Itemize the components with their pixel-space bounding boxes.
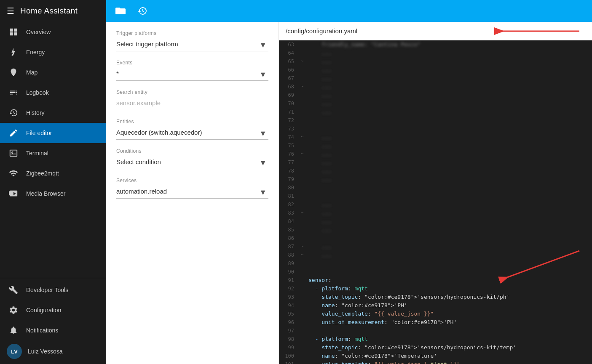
line-code: value_template: "{{ value_json | float }… <box>305 360 592 364</box>
code-line-98: 98 - platform: mqtt <box>279 335 592 343</box>
code-line-96: 96 unit_of_measurement: "color:#ce9178">… <box>279 318 592 327</box>
code-line-65: 65~ ... <box>279 57 592 66</box>
trigger-platform-select[interactable]: Select trigger platform <box>116 39 268 49</box>
notifications-icon <box>8 325 19 335</box>
line-code: ... <box>305 74 592 82</box>
services-select[interactable]: automation.reload <box>116 186 268 197</box>
menu-icon[interactable]: ☰ <box>7 6 14 16</box>
line-gutter <box>299 91 305 99</box>
line-gutter: ~ <box>299 242 305 251</box>
line-code <box>305 125 592 133</box>
code-line-90: 90 <box>279 268 592 276</box>
line-gutter <box>299 167 305 175</box>
code-editor[interactable]: 63 friendly_name: "Cantina Pesco"64 ...6… <box>279 40 592 364</box>
sidebar-item-label-notifications: Notifications <box>26 327 58 334</box>
sidebar-item-energy[interactable]: Energy <box>0 42 106 62</box>
line-number: 92 <box>279 284 299 293</box>
sidebar-item-map[interactable]: Map <box>0 62 106 82</box>
line-number: 73 <box>279 125 299 133</box>
sidebar-item-logbook[interactable]: Logbook <box>0 82 106 103</box>
line-number: 68 <box>279 82 299 91</box>
line-code: ... <box>305 82 592 91</box>
user-profile[interactable]: LV Luiz Vessosa <box>0 340 106 362</box>
sidebar-item-configuration[interactable]: Configuration <box>0 300 106 320</box>
line-number: 94 <box>279 301 299 310</box>
line-number: 88 <box>279 251 299 259</box>
line-gutter <box>299 217 305 226</box>
line-code: ... <box>305 209 592 217</box>
sidebar-item-label-dev: Developer Tools <box>26 287 68 293</box>
line-number: 70 <box>279 99 299 108</box>
sidebar-item-overview[interactable]: Overview <box>0 22 106 42</box>
line-gutter <box>299 141 305 150</box>
code-line-66: 66 ... <box>279 66 592 74</box>
line-gutter <box>299 74 305 82</box>
code-line-63: 63 friendly_name: "Cantina Pesco" <box>279 40 592 49</box>
sidebar-item-media-browser[interactable]: Media Browser <box>0 183 106 204</box>
code-line-69: 69 ... <box>279 91 592 99</box>
sidebar-item-label-history: History <box>26 109 45 116</box>
code-line-71: 71 ... <box>279 108 592 116</box>
line-gutter <box>299 318 305 327</box>
line-number: 84 <box>279 217 299 226</box>
line-code: name: "color:#ce9178">'Temperature' <box>305 352 592 360</box>
conditions-select[interactable]: Select condition <box>116 157 268 167</box>
search-entity-input[interactable] <box>116 98 268 108</box>
line-gutter <box>299 40 305 49</box>
sidebar-item-developer-tools[interactable]: Developer Tools <box>0 280 106 300</box>
avatar: LV <box>7 344 22 359</box>
sidebar-item-history[interactable]: History <box>0 103 106 123</box>
sidebar-item-notifications[interactable]: Notifications <box>0 320 106 340</box>
line-gutter <box>299 49 305 57</box>
line-code: ... <box>305 251 592 259</box>
sidebar-item-zigbee2mqtt[interactable]: Zigbee2mqtt <box>0 163 106 183</box>
line-gutter <box>299 259 305 268</box>
sidebar-item-label-overview: Overview <box>26 29 51 35</box>
entities-select[interactable]: Aquecedor (switch.aquecedor) <box>116 127 268 138</box>
code-line-99: 99 state_topic: "color:#ce9178">'sensors… <box>279 343 592 352</box>
line-number: 72 <box>279 116 299 125</box>
entities-label: Entities <box>116 119 268 125</box>
line-number: 71 <box>279 108 299 116</box>
line-number: 77 <box>279 158 299 167</box>
line-number: 98 <box>279 335 299 343</box>
events-select[interactable]: * <box>116 68 268 79</box>
search-entity-label: Search entity <box>116 89 268 95</box>
line-gutter: ~ <box>299 150 305 158</box>
sidebar-item-terminal[interactable]: Terminal <box>0 143 106 163</box>
line-code: unit_of_measurement: "color:#ce9178">'PH… <box>305 318 592 327</box>
sidebar-item-label-zigbee: Zigbee2mqtt <box>26 170 59 177</box>
line-gutter: ~ <box>299 133 305 141</box>
sidebar-item-label-terminal: Terminal <box>26 150 48 157</box>
line-gutter <box>299 335 305 343</box>
code-line-94: 94 name: "color:#ce9178">'PH' <box>279 301 592 310</box>
history-button[interactable] <box>135 3 150 19</box>
line-code: - platform: mqtt <box>305 335 592 343</box>
line-gutter <box>299 327 305 335</box>
line-number: 66 <box>279 66 299 74</box>
line-code: state_topic: "color:#ce9178">'sensors/hy… <box>305 293 592 301</box>
line-gutter <box>299 310 305 318</box>
sidebar-item-label-energy: Energy <box>26 49 45 56</box>
line-number: 101 <box>279 360 299 364</box>
entities-wrapper: Aquecedor (switch.aquecedor) ▼ <box>116 127 268 140</box>
terminal-icon <box>8 148 19 158</box>
line-code: - platform: mqtt <box>305 284 592 293</box>
line-gutter <box>299 108 305 116</box>
configuration-icon <box>8 305 19 315</box>
line-gutter <box>299 234 305 242</box>
folder-button[interactable] <box>113 3 128 19</box>
sidebar-item-label-file-editor: File editor <box>26 130 52 136</box>
line-number: 79 <box>279 175 299 183</box>
sidebar-item-label-config: Configuration <box>26 307 61 314</box>
sidebar-bottom: Developer Tools Configuration Notificati… <box>0 278 106 364</box>
line-code: state_topic: "color:#ce9178">'sensors/hy… <box>305 343 592 352</box>
line-code: name: "color:#ce9178">'PH' <box>305 301 592 310</box>
line-number: 91 <box>279 276 299 284</box>
line-gutter <box>299 226 305 234</box>
search-entity-section: Search entity <box>116 89 268 110</box>
developer-tools-icon <box>8 285 19 295</box>
line-gutter: ~ <box>299 209 305 217</box>
line-number: 67 <box>279 74 299 82</box>
sidebar-item-file-editor[interactable]: File editor <box>0 123 106 143</box>
